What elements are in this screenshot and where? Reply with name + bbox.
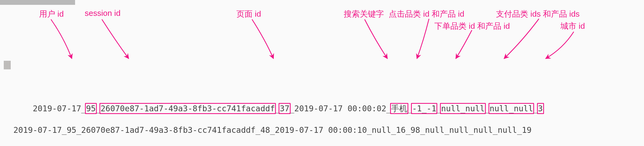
row0-click-ids: -1_-1 — [412, 104, 436, 113]
row0-sep6: _ — [485, 104, 490, 113]
row0-city-id: 3 — [538, 104, 543, 113]
log-line: 2019-07-17_95_26070e87-1ad7-49a3-8fb3-cc… — [13, 125, 532, 135]
row0-sep3: _2019-07-17 00:00:02_ — [290, 104, 391, 113]
row0-sep1: _ — [96, 104, 101, 113]
row0-sep7: _ — [533, 104, 538, 113]
row0-sep2: _ — [275, 104, 280, 113]
row0-order-ids: null_null — [441, 104, 485, 113]
log-row-1: 2019-07-17_95_26070e87-1ad7-49a3-8fb3-cc… — [13, 125, 580, 136]
annotation-arrows — [0, 0, 644, 70]
row0-page-id: 37 — [280, 104, 289, 113]
log-row-0: 2019-07-17_95_26070e87-1ad7-49a3-8fb3-cc… — [13, 92, 580, 103]
row0-user-id: 95 — [86, 104, 96, 113]
row0-pay-ids: null_null — [490, 104, 533, 113]
row0-sep4: _ — [407, 104, 412, 113]
row0-search-keyword: 手机 — [391, 104, 407, 113]
row0-session-id: 26070e87-1ad7-49a3-8fb3-cc741facaddf — [101, 104, 275, 113]
row0-prefix: 2019-07-17_ — [33, 104, 86, 113]
log-output: 2019-07-17_95_26070e87-1ad7-49a3-8fb3-cc… — [13, 60, 580, 146]
row0-sep5: _ — [436, 104, 441, 113]
